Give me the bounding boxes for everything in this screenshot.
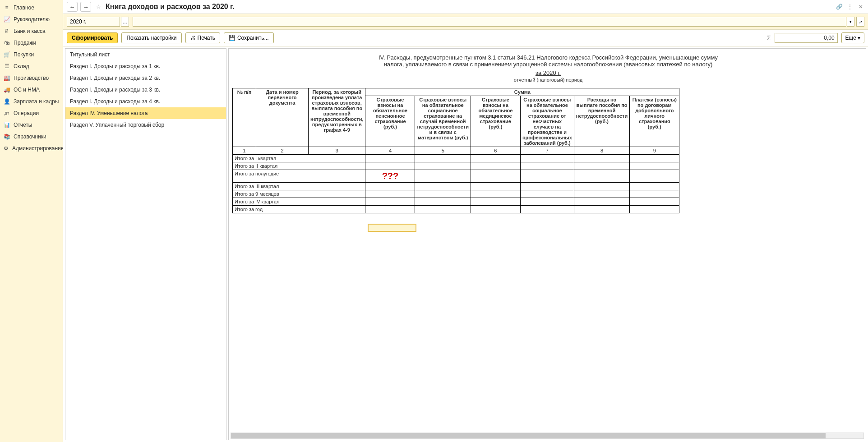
menu-icon: ≡ bbox=[4, 5, 10, 11]
sidebar-label: Банк и касса bbox=[14, 28, 46, 34]
sidebar-item-salary[interactable]: 👤Зарплата и кадры bbox=[0, 96, 63, 107]
col-header-8: Расходы по выплате пособия по временной … bbox=[574, 96, 629, 147]
horizontal-scrollbar[interactable] bbox=[231, 433, 864, 439]
diskette-icon: 💾 bbox=[229, 35, 235, 41]
sidebar-item-purchases[interactable]: 🛒Покупки bbox=[0, 49, 63, 60]
books-icon: 📚 bbox=[4, 134, 10, 140]
report-title-line2: налога, уплачиваемого в связи с применен… bbox=[240, 61, 857, 68]
printer-icon: 🖨 bbox=[190, 35, 196, 41]
ruble-icon: ₽ bbox=[4, 28, 10, 34]
sidebar-item-admin[interactable]: ⚙Администрирование bbox=[0, 143, 63, 154]
dtkt-icon: Дт bbox=[4, 110, 10, 116]
left-sidebar: ≡Главное 📈Руководителю ₽Банк и касса 🛍Пр… bbox=[0, 0, 63, 442]
sidebar-label: ОС и НМА bbox=[14, 87, 40, 93]
sidebar-label: Продажи bbox=[14, 40, 36, 46]
back-button[interactable]: ← bbox=[67, 2, 78, 12]
sidebar-item-main[interactable]: ≡Главное bbox=[0, 2, 63, 14]
sections-list: Титульный лист Раздел I. Доходы и расход… bbox=[65, 48, 226, 440]
organization-dropdown-button[interactable]: ▾ bbox=[847, 17, 854, 27]
page-title: Книга доходов и расходов за 2020 г. bbox=[106, 3, 235, 11]
toolbar: Сформировать Показать настройки 🖨Печать … bbox=[63, 30, 868, 46]
period-input[interactable] bbox=[67, 17, 120, 27]
more-button[interactable]: Еще▾ bbox=[841, 32, 864, 43]
sidebar-item-bank[interactable]: ₽Банк и касса bbox=[0, 25, 63, 37]
chart-icon: 📈 bbox=[4, 16, 10, 23]
cart-icon: 🛒 bbox=[4, 51, 10, 58]
section-item-q3[interactable]: Раздел I. Доходы и расходы за 3 кв. bbox=[65, 84, 226, 96]
chevron-down-icon: ▾ bbox=[858, 35, 860, 41]
sidebar-label: Склад bbox=[14, 63, 29, 69]
bag-icon: 🛍 bbox=[4, 40, 10, 46]
col-header-period: Период, за который произведена уплата ст… bbox=[309, 88, 365, 147]
table-row[interactable]: Итого за полугодие??? bbox=[233, 170, 679, 183]
bars-icon: 📊 bbox=[4, 122, 10, 128]
report-period: за 2020 г. bbox=[240, 69, 857, 76]
sidebar-item-production[interactable]: 🏭Производство bbox=[0, 72, 63, 84]
table-row[interactable]: Итого за III квартал bbox=[233, 183, 679, 190]
section-item-section4[interactable]: Раздел IV. Уменьшение налога bbox=[65, 107, 226, 119]
sidebar-item-references[interactable]: 📚Справочники bbox=[0, 131, 63, 143]
sidebar-label: Руководителю bbox=[14, 16, 50, 23]
table-row[interactable]: Итого за 9 месяцев bbox=[233, 190, 679, 198]
organization-input[interactable] bbox=[133, 17, 846, 27]
person-icon: 👤 bbox=[4, 98, 10, 105]
close-icon[interactable]: ✕ bbox=[857, 3, 864, 10]
sidebar-label: Зарплата и кадры bbox=[14, 98, 59, 105]
sidebar-label: Отчеты bbox=[14, 122, 32, 128]
report-table: № п/п Дата и номер первичного документа … bbox=[232, 88, 679, 213]
gear-icon: ⚙ bbox=[4, 145, 9, 152]
section-item-q4[interactable]: Раздел I. Доходы и расходы за 4 кв. bbox=[65, 96, 226, 107]
sidebar-item-sales[interactable]: 🛍Продажи bbox=[0, 37, 63, 49]
period-picker-button[interactable]: ... bbox=[121, 17, 129, 27]
col-header-4: Страховые взносы на обязательное пенсион… bbox=[365, 96, 415, 147]
col-header-5: Страховые взносы на обязательное социаль… bbox=[415, 96, 471, 147]
sidebar-item-manager[interactable]: 📈Руководителю bbox=[0, 14, 63, 25]
sidebar-item-reports[interactable]: 📊Отчеты bbox=[0, 119, 63, 131]
sum-value[interactable]: 0,00 bbox=[775, 33, 838, 43]
save-button[interactable]: 💾Сохранить... bbox=[224, 32, 274, 43]
print-button[interactable]: 🖨Печать bbox=[185, 32, 220, 43]
more-vertical-icon[interactable]: ⋮ bbox=[846, 3, 854, 10]
col-header-num: № п/п bbox=[233, 88, 256, 147]
sidebar-item-warehouse[interactable]: ☰Склад bbox=[0, 60, 63, 72]
col-header-sum: Сумма bbox=[365, 88, 679, 96]
scrollbar-thumb[interactable] bbox=[231, 433, 826, 438]
table-row[interactable]: Итого за II квартал bbox=[233, 162, 679, 170]
favorite-star-icon[interactable]: ☆ bbox=[94, 2, 103, 11]
link-icon[interactable]: 🔗 bbox=[836, 3, 843, 10]
annotation-question-marks: ??? bbox=[365, 170, 415, 183]
sidebar-label: Покупки bbox=[14, 51, 34, 58]
section-item-q1[interactable]: Раздел I. Доходы и расходы за 1 кв. bbox=[65, 60, 226, 72]
sum-sigma-icon: Σ bbox=[767, 34, 771, 41]
sidebar-label: Производство bbox=[14, 75, 49, 81]
titlebar: ← → ☆ Книга доходов и расходов за 2020 г… bbox=[63, 0, 868, 14]
table-row[interactable]: Итого за I квартал bbox=[233, 155, 679, 162]
section-item-title[interactable]: Титульный лист bbox=[65, 49, 226, 60]
report-pane[interactable]: IV. Расходы, предусмотренные пунктом 3.1… bbox=[228, 48, 866, 440]
table-row[interactable]: Итого за IV квартал bbox=[233, 198, 679, 206]
report-title-line1: IV. Расходы, предусмотренные пунктом 3.1… bbox=[240, 54, 857, 61]
col-number-row: 1 2 3 4 5 6 7 8 9 bbox=[233, 147, 679, 155]
period-row: ... ▾ ↗ bbox=[63, 14, 868, 30]
stack-icon: ☰ bbox=[4, 63, 10, 69]
sidebar-item-os-nma[interactable]: 🚚ОС и НМА bbox=[0, 84, 63, 96]
sidebar-label: Главное bbox=[14, 5, 34, 11]
sidebar-label: Справочники bbox=[14, 134, 46, 140]
report-subtitle: отчетный (налоговый) период bbox=[240, 77, 857, 83]
col-header-doc: Дата и номер первичного документа bbox=[256, 88, 309, 147]
col-header-6: Страховые взносы на обязательное медицин… bbox=[471, 96, 520, 147]
organization-open-button[interactable]: ↗ bbox=[856, 17, 864, 27]
sidebar-item-operations[interactable]: ДтОперации bbox=[0, 107, 63, 119]
table-row[interactable]: Итого за год bbox=[233, 206, 679, 213]
show-settings-button[interactable]: Показать настройки bbox=[121, 32, 181, 43]
col-header-7: Страховые взносы на обязательное социаль… bbox=[520, 96, 574, 147]
col-header-9: Платежи (взносы) по договорам добровольн… bbox=[630, 96, 679, 147]
section-item-q2[interactable]: Раздел I. Доходы и расходы за 2 кв. bbox=[65, 72, 226, 84]
factory-icon: 🏭 bbox=[4, 75, 10, 81]
forward-button[interactable]: → bbox=[80, 2, 91, 12]
sidebar-label: Операции bbox=[14, 110, 39, 116]
section-item-section5[interactable]: Раздел V. Уплаченный торговый сбор bbox=[65, 119, 226, 131]
selected-cell-highlight[interactable] bbox=[368, 224, 416, 232]
truck-icon: 🚚 bbox=[4, 87, 10, 93]
form-button[interactable]: Сформировать bbox=[67, 32, 118, 43]
